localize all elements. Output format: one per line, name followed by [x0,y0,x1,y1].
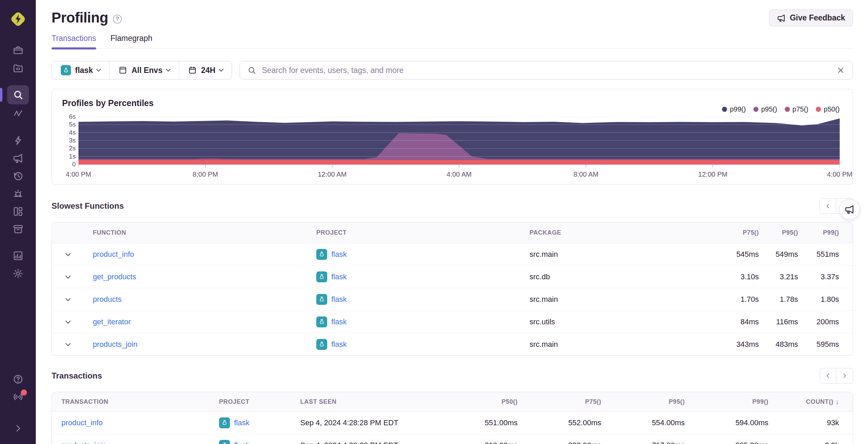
p75-value: 1.70s [701,288,759,310]
column-header-p75[interactable]: P75() [701,222,759,243]
explore-search-icon [12,89,24,101]
sidebar-item-user-feedback[interactable] [7,150,29,166]
sidebar-item-dashboards[interactable] [7,203,29,220]
function-link[interactable]: get_products [93,272,136,281]
clear-search-icon[interactable] [836,66,845,75]
function-link[interactable]: product_info [93,250,134,259]
project-link[interactable]: flask [331,317,347,326]
column-header-p75[interactable]: P75() [518,392,601,411]
column-header-package[interactable]: PACKAGE [521,222,701,243]
legend-dot [816,107,821,112]
give-feedback-button[interactable]: Give Feedback [769,10,853,26]
project-filter[interactable]: flask [52,61,109,79]
transaction-link[interactable]: products_join [61,441,106,444]
tab-flamegraph[interactable]: Flamegraph [111,34,153,48]
table-row: product_info flask src.main 545ms 549ms … [52,243,853,266]
function-link[interactable]: products [93,295,121,304]
feedback-widget-button[interactable] [839,199,860,220]
next-page-button[interactable] [836,368,853,384]
project-link[interactable]: flask [234,418,249,427]
row-expander-cell[interactable] [52,243,84,265]
x-axis-tick: 8:00 AM [574,171,598,178]
flask-project-icon [316,316,327,327]
legend-label: p95() [761,105,777,113]
column-header-p50[interactable]: P50() [434,392,518,411]
legend-item[interactable]: p99() [722,105,746,113]
row-expander-cell[interactable] [52,311,84,333]
sidebar-item-projects[interactable] [7,60,29,76]
row-expander-cell[interactable] [52,333,84,355]
project-cell[interactable]: flask [219,417,249,428]
project-link[interactable]: flask [331,340,347,349]
environment-filter[interactable]: All Envs [109,61,179,79]
search-icon [247,66,256,75]
function-link[interactable]: get_iterator [93,317,131,326]
megaphone-icon [844,204,855,214]
prev-page-button[interactable] [820,368,836,384]
project-cell[interactable]: flask [316,271,347,282]
column-header-transaction[interactable]: TRANSACTION [52,392,219,411]
sentry-logo[interactable] [9,10,27,28]
p99-value: 3.37s [798,266,839,288]
search-input[interactable] [262,66,831,75]
x-axis-tick: 4:00 PM [66,171,91,178]
legend-item[interactable]: p95() [753,105,777,113]
project-cell[interactable]: flask [316,294,347,305]
row-expander-cell[interactable] [52,288,84,310]
legend-item[interactable]: p50() [816,105,840,113]
project-cell[interactable]: flask [316,316,347,327]
sidebar-item-explore[interactable] [7,85,29,104]
chevron-down-icon [219,67,223,72]
project-link[interactable]: flask [331,250,347,259]
flask-project-icon [219,440,230,444]
sidebar-item-releases[interactable] [7,221,29,237]
tab-transactions[interactable]: Transactions [52,34,96,48]
date-range-filter[interactable]: 24H [179,61,232,79]
project-cell[interactable]: flask [316,249,347,260]
p75-value: 343ms [701,333,759,355]
legend-item[interactable]: p75() [785,105,809,113]
sidebar-item-issues[interactable] [7,42,29,59]
x-axis-tick: 12:00 AM [318,171,347,178]
sidebar-nav [0,42,36,282]
x-axis-tick: 8:00 PM [193,171,218,178]
column-header-project[interactable]: PROJECT [309,222,521,243]
project-filter-label: flask [75,66,93,75]
search-bar[interactable] [240,61,853,79]
legend-label: p75() [793,105,809,113]
sidebar-item-settings[interactable] [7,265,29,282]
row-expander-cell[interactable] [52,266,84,288]
sidebar-item-whats-new[interactable] [7,389,29,405]
column-header-count[interactable]: COUNT() ↓ [768,392,839,411]
transaction-link[interactable]: product_info [61,418,103,427]
project-cell[interactable]: flask [219,440,249,444]
column-header-p99[interactable]: P99() [685,392,768,411]
sidebar-item-help[interactable] [7,371,29,387]
project-link[interactable]: flask [331,272,347,281]
chevron-down-icon [96,67,101,72]
project-link[interactable]: flask [234,441,249,444]
column-header-last-seen[interactable]: LAST SEEN [300,392,434,411]
sidebar-item-stats[interactable] [7,248,29,264]
tab-bar: Transactions Flamegraph [52,34,853,49]
sidebar-collapse-toggle[interactable] [7,420,29,436]
prev-page-button[interactable] [820,198,836,214]
page-help-icon[interactable]: ? [113,15,122,24]
sidebar-item-replays[interactable] [7,168,29,184]
column-header-p99[interactable]: P99() [798,222,839,243]
y-axis-tick: 5s [69,121,76,128]
function-link[interactable]: products_join [93,340,138,349]
sidebar-item-traces[interactable] [7,106,29,122]
column-header-p95[interactable]: P95() [759,222,798,243]
column-header-p95[interactable]: P95() [601,392,685,411]
project-cell[interactable]: flask [316,339,347,350]
legend-label: p50() [824,105,840,113]
project-link[interactable]: flask [331,295,347,304]
column-header-project[interactable]: PROJECT [219,392,300,411]
sidebar-item-insights[interactable] [7,132,29,149]
chevron-down-icon [166,67,171,72]
transactions-pager [820,368,853,384]
column-header-function[interactable]: FUNCTION [84,222,309,243]
issues-icon [13,45,24,56]
sidebar-item-alerts[interactable] [7,186,29,202]
